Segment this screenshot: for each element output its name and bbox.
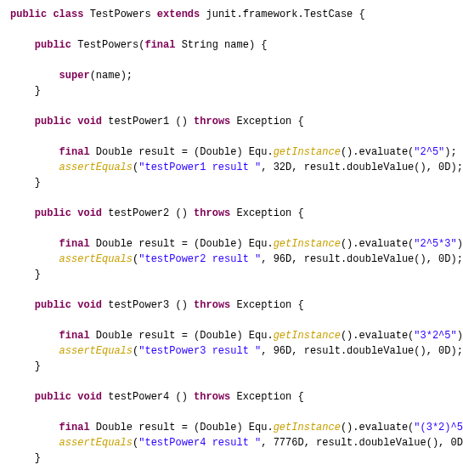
kw-public: public [10,8,47,20]
code-block: public class TestPowers extends junit.fr… [0,0,463,476]
kw-class: class [53,8,83,20]
kw-extends: extends [157,8,200,20]
